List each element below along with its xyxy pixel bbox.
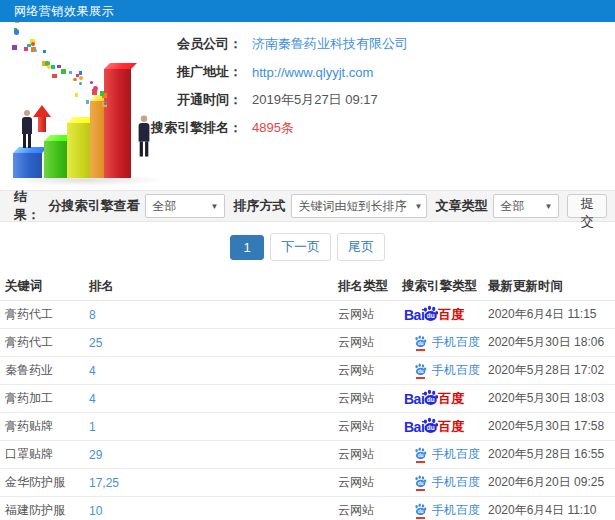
rank-cell[interactable]: 8 [89, 308, 338, 322]
svg-text:du: du [427, 312, 435, 319]
rank-cell[interactable]: 4 [89, 364, 338, 378]
page-button-1[interactable]: 下一页 [270, 233, 331, 261]
hero-section: 会员公司：济南秦鲁药业科技有限公司推广地址：http://www.qlyyjt.… [0, 22, 615, 190]
bar-blue [13, 153, 42, 178]
table-row: 福建防护服10云网站du手机百度2020年6月4日 11:10 [0, 497, 615, 520]
filter-select-2[interactable]: 全部▼ [493, 194, 559, 218]
keyword-cell: 膏药加工 [0, 390, 89, 407]
baidu-logo: Baidu百度 [404, 417, 464, 436]
rank-type-cell: 云网站 [338, 390, 402, 407]
svg-text:du: du [418, 481, 424, 486]
confetti-dot [43, 50, 46, 53]
info-field-label: 搜索引擎排名： [150, 119, 242, 137]
businessman-figure [20, 110, 34, 148]
table-header-row: 关键词排名排名类型搜索引擎类型最新更新时间 [0, 272, 615, 301]
filter-select-1[interactable]: 关键词由短到长排序▼ [291, 194, 427, 218]
mobile-baidu-label: 手机百度 [432, 446, 480, 463]
rank-cell[interactable]: 29 [89, 448, 338, 462]
updated-cell: 2020年6月20日 09:25 [488, 474, 615, 491]
engine-cell: Baidu百度 [402, 417, 488, 436]
results-table: 关键词排名排名类型搜索引擎类型最新更新时间 膏药代工8云网站Baidu百度202… [0, 272, 615, 520]
info-field-value[interactable]: http://www.qlyyjt.com [252, 65, 373, 80]
confetti-dot [90, 81, 93, 84]
confetti-dot [51, 65, 55, 69]
column-header: 排名类型 [338, 278, 402, 295]
mobile-baidu-logo: du手机百度 [414, 502, 480, 519]
confetti-dot [100, 91, 104, 95]
filter-label-1: 排序方式 [233, 197, 285, 215]
updated-cell: 2020年6月4日 11:15 [488, 306, 615, 323]
confetti-dot [52, 74, 56, 78]
confetti-dot [57, 65, 60, 68]
rank-type-cell: 云网站 [338, 418, 402, 435]
confetti-dot [79, 71, 82, 74]
engine-cell: du手机百度 [402, 474, 488, 491]
table-row: 膏药代工25云网站du手机百度2020年5月30日 18:06 [0, 329, 615, 357]
confetti-dot [93, 86, 98, 91]
rank-cell[interactable]: 17,25 [89, 476, 338, 490]
engine-cell: Baidu百度 [402, 305, 488, 324]
baidu-paw-icon: du [422, 305, 439, 322]
mobile-baidu-logo: du手机百度 [414, 334, 480, 351]
confetti-dot [14, 29, 19, 34]
table-row: 口罩贴牌29云网站du手机百度2020年5月28日 16:55 [0, 441, 615, 469]
mobile-baidu-logo: du手机百度 [414, 446, 480, 463]
keyword-cell: 口罩贴牌 [0, 446, 89, 463]
confetti-dot [79, 76, 84, 81]
baidu-paw-icon: du [414, 335, 427, 348]
keyword-cell: 膏药代工 [0, 334, 89, 351]
baidu-paw-icon: du [414, 363, 427, 376]
table-body: 膏药代工8云网站Baidu百度2020年6月4日 11:15膏药代工25云网站d… [0, 301, 615, 520]
baidu-logo: Baidu百度 [404, 389, 464, 408]
updated-cell: 2020年5月28日 16:55 [488, 446, 615, 463]
confetti-dot [75, 93, 78, 96]
baidu-paw-icon: du [414, 475, 427, 488]
engine-cell: Baidu百度 [402, 389, 488, 408]
info-field-value: 4895条 [252, 119, 294, 137]
table-row: 膏药代工8云网站Baidu百度2020年6月4日 11:15 [0, 301, 615, 329]
keyword-cell: 膏药贴牌 [0, 418, 89, 435]
rank-cell[interactable]: 10 [89, 504, 338, 518]
chart-decoration [0, 22, 175, 190]
updated-cell: 2020年6月4日 11:10 [488, 502, 615, 519]
filter-select-0[interactable]: 全部▼ [145, 194, 225, 218]
chevron-down-icon: ▼ [210, 202, 218, 211]
baidu-logo-cn: 百度 [438, 306, 464, 324]
baidu-logo-bai: Bai [404, 391, 424, 407]
window-title-bar: 网络营销效果展示 [0, 0, 615, 22]
engine-cell: du手机百度 [402, 334, 488, 351]
mobile-baidu-underline [416, 461, 425, 463]
info-field-value[interactable]: 济南秦鲁药业科技有限公司 [252, 35, 408, 53]
mobile-baidu-label: 手机百度 [432, 502, 480, 519]
confetti-dot [15, 22, 19, 23]
baidu-paw-icon: du [414, 447, 427, 460]
submit-button[interactable]: 提交 [567, 194, 607, 218]
table-row: 秦鲁药业4云网站du手机百度2020年5月28日 17:02 [0, 357, 615, 385]
page-button-2[interactable]: 尾页 [337, 233, 385, 261]
baidu-logo-cn: 百度 [438, 418, 464, 436]
table-row: 膏药加工4云网站Baidu百度2020年5月30日 18:03 [0, 385, 615, 413]
svg-text:du: du [418, 453, 424, 458]
updated-cell: 2020年5月30日 17:58 [488, 418, 615, 435]
baidu-paw-icon: du [414, 503, 427, 516]
result-label: 结果： [14, 188, 40, 224]
confetti-dot [69, 71, 72, 74]
rank-type-cell: 云网站 [338, 502, 402, 519]
rank-type-cell: 云网站 [338, 446, 402, 463]
info-field-value: 2019年5月27日 09:17 [252, 91, 378, 109]
keyword-cell: 膏药代工 [0, 306, 89, 323]
mobile-baidu-underline [416, 349, 425, 351]
mobile-baidu-underline [416, 377, 425, 379]
rank-cell[interactable]: 1 [89, 420, 338, 434]
engine-cell: du手机百度 [402, 446, 488, 463]
info-field-label: 开通时间： [150, 91, 242, 109]
confetti-dot [61, 69, 66, 74]
svg-text:du: du [418, 509, 424, 514]
page-button-current[interactable]: 1 [230, 235, 264, 260]
rank-cell[interactable]: 25 [89, 336, 338, 350]
baidu-logo: Baidu百度 [404, 305, 464, 324]
filter-select-value: 关键词由短到长排序 [298, 198, 406, 215]
updated-cell: 2020年5月28日 17:02 [488, 362, 615, 379]
confetti-dot [24, 47, 28, 51]
rank-cell[interactable]: 4 [89, 392, 338, 406]
